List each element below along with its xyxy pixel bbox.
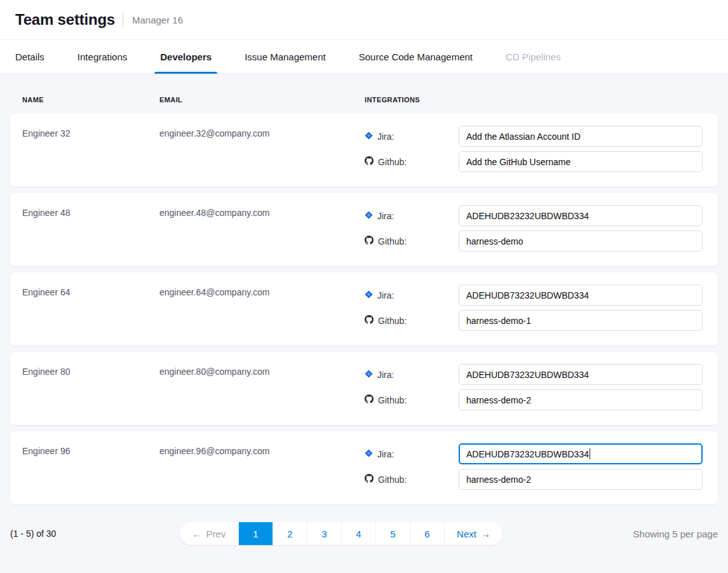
tab-integrations[interactable]: Integrations <box>78 40 127 74</box>
developer-name: Engineer 96 <box>22 446 159 504</box>
github-username-input[interactable]: harness-demo-1 <box>459 310 703 331</box>
developer-email: engineer.96@company.com <box>159 446 365 504</box>
github-label: Github: <box>378 157 407 167</box>
jira-label-group: Jira: <box>365 370 459 380</box>
github-label: Github: <box>378 236 407 246</box>
github-icon <box>365 394 374 405</box>
jira-label-group: Jira: <box>365 211 459 221</box>
github-username-input[interactable]: harness-demo-2 <box>459 389 703 410</box>
table-row: Engineer 80 engineer.80@company.com Jira… <box>10 352 718 425</box>
developer-email: engineer.80@company.com <box>159 367 365 425</box>
left-arrow-icon: ← <box>192 529 202 539</box>
github-username-input[interactable]: harness-demo <box>459 231 703 252</box>
jira-label: Jira: <box>377 131 394 142</box>
developer-email: engineer.48@company.com <box>159 208 365 266</box>
github-label-group: Github: <box>365 315 459 326</box>
github-icon <box>365 156 374 167</box>
tab-developers[interactable]: Developers <box>160 40 212 74</box>
column-header-email: EMAIL <box>159 96 365 104</box>
github-label-group: Github: <box>365 236 459 246</box>
github-label: Github: <box>378 395 407 405</box>
jira-account-input[interactable]: Add the Atlassian Account ID <box>459 126 703 147</box>
developer-list: Engineer 32 engineer.32@company.com Jira… <box>10 114 718 504</box>
developer-name: Engineer 80 <box>22 367 159 425</box>
pagination-bar: (1 - 5) of 30 ← Prev 1 2 3 4 5 6 Next → … <box>10 522 718 545</box>
github-icon <box>365 474 374 485</box>
tab-source-code-management[interactable]: Source Code Management <box>359 40 473 74</box>
table-row: Engineer 64 engineer.64@company.com Jira… <box>10 273 718 346</box>
page-title: Team settings <box>15 11 115 29</box>
jira-icon <box>365 370 373 380</box>
page-button-1[interactable]: 1 <box>238 522 273 545</box>
page-header: Team settings Manager 16 <box>0 0 728 39</box>
page-button-6[interactable]: 6 <box>410 522 444 545</box>
github-username-input[interactable]: Add the GitHub Username <box>459 151 703 172</box>
column-header-integrations: INTEGRATIONS <box>365 96 420 104</box>
column-header-name: NAME <box>22 96 159 104</box>
developer-email: engineer.64@company.com <box>159 287 365 346</box>
table-header: NAME EMAIL INTEGRATIONS <box>10 74 718 114</box>
github-label: Github: <box>378 316 407 326</box>
developer-name: Engineer 32 <box>22 128 159 187</box>
page-subtitle: Manager 16 <box>132 15 183 25</box>
jira-icon <box>365 290 373 300</box>
developer-name: Engineer 64 <box>22 287 159 346</box>
jira-label: Jira: <box>377 211 394 221</box>
tab-details[interactable]: Details <box>15 40 44 74</box>
result-range-text: (1 - 5) of 30 <box>10 529 131 539</box>
github-icon <box>365 315 374 326</box>
tab-issue-management[interactable]: Issue Management <box>245 40 326 74</box>
tab-bar: Details Integrations Developers Issue Ma… <box>0 39 728 74</box>
jira-icon <box>365 211 373 221</box>
github-label-group: Github: <box>365 156 459 167</box>
jira-account-input[interactable]: ADEHUDB73232UBDWBD334 <box>459 364 703 385</box>
title-separator <box>123 12 123 27</box>
tab-cd-pipelines: CD Pipelines <box>506 40 561 74</box>
per-page-text: Showing 5 per page <box>633 529 718 539</box>
jira-label-group: Jira: <box>365 449 459 459</box>
pager: ← Prev 1 2 3 4 5 6 Next → <box>180 522 502 545</box>
jira-account-input[interactable]: ADEHUDB73232UBDWBD334 <box>459 443 703 464</box>
developer-email: engineer.32@company.com <box>159 128 365 187</box>
page-button-2[interactable]: 2 <box>273 522 307 545</box>
jira-icon <box>365 131 373 142</box>
github-icon <box>365 236 374 246</box>
github-label-group: Github: <box>365 394 459 405</box>
github-username-input[interactable]: harness-demo-2 <box>459 469 703 490</box>
right-arrow-icon: → <box>481 529 490 539</box>
prev-page-button[interactable]: ← Prev <box>180 522 238 545</box>
jira-label: Jira: <box>377 370 394 380</box>
jira-label-group: Jira: <box>365 290 459 300</box>
page-button-4[interactable]: 4 <box>341 522 375 545</box>
table-row: Engineer 96 engineer.96@company.com Jira… <box>10 431 718 504</box>
developers-panel: NAME EMAIL INTEGRATIONS Engineer 32 engi… <box>0 74 728 573</box>
jira-label-group: Jira: <box>365 131 459 142</box>
github-label: Github: <box>378 475 407 485</box>
page-button-5[interactable]: 5 <box>375 522 410 545</box>
developer-name: Engineer 48 <box>22 208 159 266</box>
github-label-group: Github: <box>365 474 459 485</box>
jira-label: Jira: <box>377 449 394 459</box>
jira-account-input[interactable]: ADEHUDB73232UBDWBD334 <box>459 285 703 306</box>
table-row: Engineer 32 engineer.32@company.com Jira… <box>10 114 718 187</box>
jira-icon <box>365 449 373 459</box>
next-page-button[interactable]: Next → <box>444 522 502 545</box>
text-cursor <box>590 448 591 459</box>
page-button-3[interactable]: 3 <box>307 522 341 545</box>
jira-account-input[interactable]: ADEHUDB23232UBDWBD334 <box>459 205 703 226</box>
table-row: Engineer 48 engineer.48@company.com Jira… <box>10 193 718 266</box>
jira-label: Jira: <box>377 290 394 300</box>
